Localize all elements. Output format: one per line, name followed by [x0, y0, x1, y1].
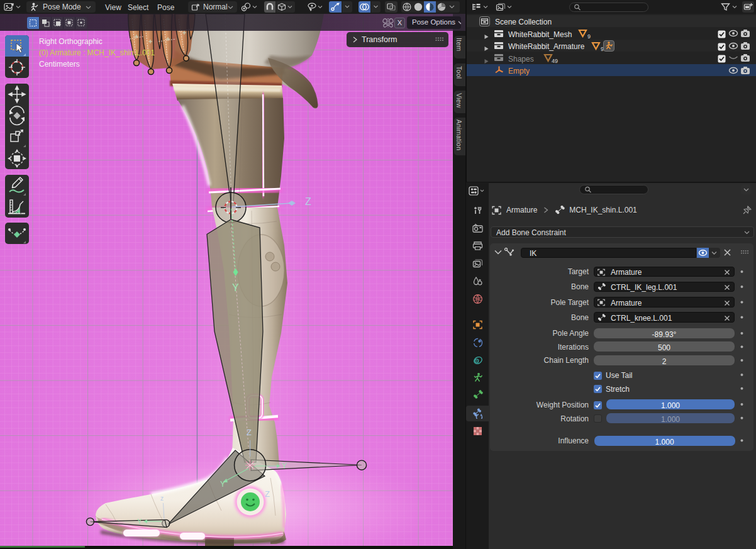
- svg-text:Y: Y: [220, 480, 225, 489]
- svg-text:z: z: [160, 495, 164, 502]
- svg-text:Z: Z: [247, 428, 252, 437]
- svg-text:Y: Y: [232, 282, 239, 293]
- svg-text:Right Orthographic: Right Orthographic: [39, 37, 103, 46]
- svg-text:Centimeters: Centimeters: [39, 60, 80, 69]
- svg-text:Y: Y: [137, 518, 142, 525]
- svg-text:Z: Z: [265, 489, 270, 499]
- svg-text:(0) Armature : MCH_IK_shin.L.0: (0) Armature : MCH_IK_shin.L.001: [39, 48, 155, 57]
- svg-text:Z: Z: [305, 196, 311, 207]
- svg-text:Y: Y: [282, 462, 287, 470]
